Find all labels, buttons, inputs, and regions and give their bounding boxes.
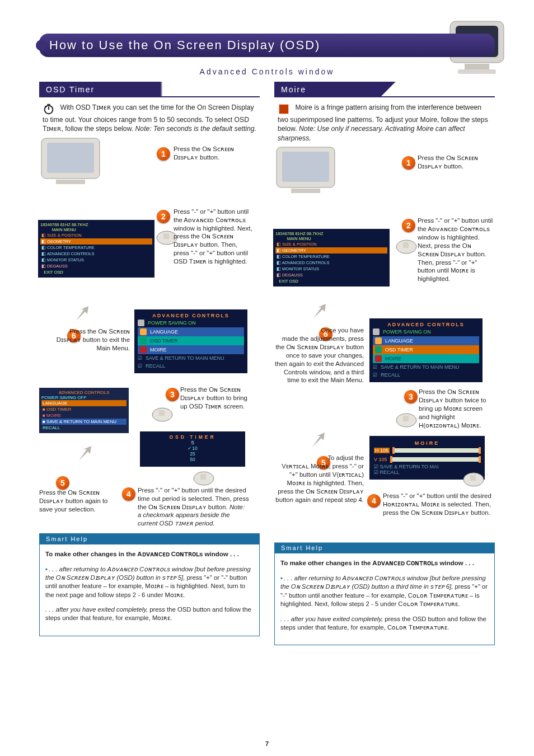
- timer-icon: [43, 103, 55, 115]
- figure-osd-button: [193, 466, 217, 487]
- svg-rect-3: [458, 69, 496, 74]
- intro-moire: Moire is a fringe pattern arising from t…: [274, 97, 495, 145]
- figure-monitor: [39, 136, 106, 189]
- step-6-text: xxxxxxxxPress the Oɴ Sᴄʀᴇᴇɴ Dɪsᴘʟᴀʏ butt…: [43, 327, 130, 352]
- step-3-badge: 3: [166, 388, 179, 401]
- svg-rect-2: [465, 64, 489, 69]
- svg-rect-9: [163, 233, 169, 239]
- svg-rect-16: [282, 152, 329, 182]
- step-4-badge: 4: [367, 494, 381, 508]
- figure-advanced-controls-menu: ADVANCED CONTROLS POWER SAVING ON LANGUA…: [134, 309, 247, 373]
- svg-rect-19: [403, 242, 409, 248]
- step-2-text: Press "-" or "+" button until the Aᴅᴠᴀɴᴄ…: [418, 217, 493, 283]
- step-2-badge: 2: [402, 219, 415, 232]
- step-3-text: Press the Oɴ Sᴄʀᴇᴇɴ Dɪsᴘʟᴀʏ button twice…: [419, 388, 491, 429]
- figure-main-menu: 18346788 81HZ 68.7KHZ MAIN MENU ◧ SIZE &…: [38, 220, 154, 278]
- smart-help-body: To make other changes in the Aᴅᴠᴀɴᴄᴇᴅ Cᴏ…: [274, 553, 495, 645]
- figure-advanced-controls-menu: ADVANCED CONTROLS POWER SAVING ON LANGUA…: [369, 318, 483, 382]
- arrow-icon: [309, 430, 329, 450]
- figure-osd-button: [395, 408, 420, 429]
- figure-osd-button: [151, 402, 176, 424]
- arrow-icon: [76, 444, 96, 464]
- figure-main-menu: 18346788 81HZ 68.7KHZ MAIN MENU ◧ SIZE &…: [273, 229, 390, 287]
- figure-advanced-controls-small: ADVANCED CONTROLS POWER SAVING OFF LANGU…: [39, 388, 129, 433]
- page-title: How to Use the On Screen Display (OSD): [49, 38, 320, 52]
- svg-rect-21: [403, 416, 409, 421]
- svg-rect-13: [200, 474, 206, 480]
- col-moire: Moire Moire is a fringe pattern arising …: [274, 82, 495, 645]
- figure-osd-button: [395, 234, 420, 256]
- step-5-badge: 5: [56, 476, 69, 490]
- step-2-badge: 2: [157, 210, 170, 223]
- svg-rect-6: [47, 143, 94, 173]
- step-1-badge: 1: [157, 147, 170, 161]
- step-3-text: Press the Oɴ Sᴄʀᴇᴇɴ Dɪsᴘʟᴀʏ button to br…: [180, 386, 253, 410]
- arrow-icon: [73, 304, 93, 324]
- step-4-badge: 4: [122, 487, 135, 501]
- step-1-text: Press the Oɴ Sᴄʀᴇᴇɴ Dɪsᴘʟᴀʏ button.: [174, 145, 252, 162]
- figure-monitor: [274, 145, 341, 198]
- step-1-text: Press the Oɴ Sᴄʀᴇᴇɴ Dɪsᴘʟᴀʏ button.: [418, 154, 490, 171]
- svg-rect-7: [56, 180, 85, 184]
- panel-title-osd-timer: OSD Timer: [39, 82, 260, 97]
- step-4-text: Press "-" or "+" button until the desire…: [383, 492, 493, 516]
- svg-rect-17: [291, 189, 320, 193]
- figure-osd-timer-options: OSD TIMER S ✓10 25 50: [140, 431, 245, 467]
- intro-osd-timer: With OSD Tɪᴍᴇʀ you can set the time for …: [39, 97, 260, 136]
- panel-title-moire: Moire: [274, 82, 495, 97]
- svg-rect-23: [470, 475, 476, 481]
- step-5-text: xxxxxxxxTo adjust the Vᴇʀᴛɪᴄᴀʟ Mᴏɪʀᴇ, pr…: [274, 454, 364, 504]
- step-3-badge: 3: [404, 390, 418, 403]
- step-1-badge: 1: [402, 156, 415, 170]
- figure-osd-button: [462, 467, 487, 489]
- step-5-text: Press the Oɴ Sᴄʀᴇᴇɴ Dɪsᴘʟᴀʏ button again…: [39, 489, 118, 513]
- step-2-text: Press "-" or "+" button until the Aᴅᴠᴀɴᴄ…: [174, 208, 255, 266]
- page-subtitle: Advanced Controls window: [39, 67, 495, 76]
- step-6-text: xxxxxxxxxxOnce you have made the adjustm…: [274, 326, 364, 384]
- arrow-icon: [310, 302, 330, 322]
- smart-help-bar: Smart Help: [39, 533, 260, 544]
- smart-help-bar: Smart Help: [274, 542, 495, 553]
- page-title-bar: How to Use the On Screen Display (OSD): [39, 34, 495, 57]
- col-osd-timer: OSD Timer With OSD Tɪᴍᴇʀ you can set the…: [39, 82, 260, 645]
- smart-help-body: To make other changes in the Aᴅᴠᴀɴᴄᴇᴅ Cᴏ…: [39, 544, 260, 636]
- step-4-text: Press "-" or "+" button until the desire…: [138, 486, 250, 528]
- moire-icon: [278, 103, 290, 115]
- page-number: 7: [265, 740, 269, 747]
- svg-rect-14: [279, 105, 289, 114]
- svg-rect-11: [159, 410, 165, 416]
